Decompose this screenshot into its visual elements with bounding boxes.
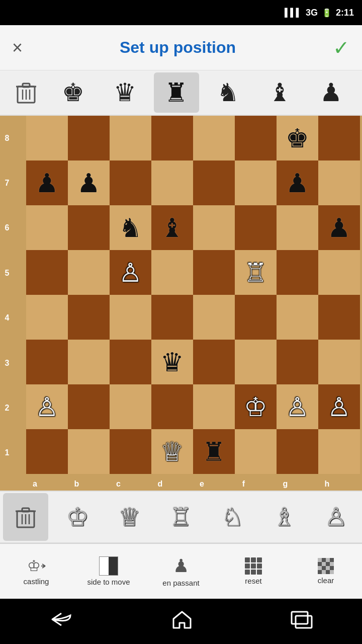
board-cell-e1[interactable]: ♜ xyxy=(193,429,235,474)
side-to-move-button[interactable]: side to move xyxy=(76,556,141,586)
board-cell-h6[interactable]: ♟ xyxy=(318,205,360,250)
board-cell-a6[interactable] xyxy=(26,205,68,250)
board-cell-e5[interactable] xyxy=(193,250,235,295)
board-cell-f7[interactable] xyxy=(235,160,277,205)
svg-rect-17 xyxy=(296,616,312,628)
board-cell-f1[interactable] xyxy=(235,429,277,474)
home-button[interactable] xyxy=(156,605,208,638)
board-cell-g5[interactable] xyxy=(277,250,318,295)
board-cell-f6[interactable] xyxy=(235,205,277,250)
confirm-button[interactable]: ✓ xyxy=(333,38,350,58)
board-cell-a4[interactable] xyxy=(26,295,68,340)
board-cell-c4[interactable] xyxy=(110,295,151,340)
rank-1: 1 xyxy=(2,448,12,457)
en-passant-button[interactable]: ♟ en passant xyxy=(148,555,214,587)
board-cell-h4[interactable] xyxy=(318,295,360,340)
board-cell-b7[interactable]: ♟ xyxy=(68,160,110,205)
castling-icon: ♔ xyxy=(26,557,46,575)
board-cell-d3[interactable]: ♛ xyxy=(151,340,193,384)
black-queen-button-top[interactable]: ♛ xyxy=(102,72,147,113)
board-cell-g8[interactable]: ♚ xyxy=(277,116,318,160)
board-cell-e8[interactable] xyxy=(193,116,235,160)
trash-button-bottom[interactable] xyxy=(3,493,48,541)
black-bishop-button-top[interactable]: ♝ xyxy=(257,72,302,113)
status-bar: ▌▌▌ 3G 🔋 2:11 xyxy=(0,0,362,25)
board-cell-e2[interactable] xyxy=(193,384,235,429)
board-cell-d1[interactable]: ♕ xyxy=(151,429,193,474)
back-button[interactable] xyxy=(33,605,89,637)
board-cell-h2[interactable]: ♙ xyxy=(318,384,360,429)
board-cell-e4[interactable] xyxy=(193,295,235,340)
file-e: e xyxy=(181,479,223,489)
white-bishop-button-bottom[interactable]: ♗ xyxy=(262,493,307,541)
board-cell-c8[interactable] xyxy=(110,116,151,160)
board-cell-d5[interactable] xyxy=(151,250,193,295)
board-cell-f3[interactable] xyxy=(235,340,277,384)
board-cell-a2[interactable]: ♙ xyxy=(26,384,68,429)
black-king-button-top[interactable]: ♚ xyxy=(51,72,96,113)
board-cell-g6[interactable] xyxy=(277,205,318,250)
board-cell-g7[interactable]: ♟ xyxy=(277,160,318,205)
board-cell-d7[interactable] xyxy=(151,160,193,205)
board-cell-c3[interactable] xyxy=(110,340,151,384)
white-king-button-bottom[interactable]: ♔ xyxy=(55,493,100,541)
board-cell-b4[interactable] xyxy=(68,295,110,340)
board-cell-h1[interactable] xyxy=(318,429,360,474)
board-cell-d2[interactable] xyxy=(151,384,193,429)
white-rook-button-bottom[interactable]: ♖ xyxy=(158,493,204,541)
white-queen-button-bottom[interactable]: ♕ xyxy=(107,493,152,541)
clear-label: clear xyxy=(318,576,334,585)
board-cell-h7[interactable] xyxy=(318,160,360,205)
board-cell-b5[interactable] xyxy=(68,250,110,295)
board-cell-c2[interactable] xyxy=(110,384,151,429)
board-cell-g2[interactable]: ♙ xyxy=(277,384,318,429)
board-cell-c1[interactable] xyxy=(110,429,151,474)
board-cell-h3[interactable] xyxy=(318,340,360,384)
board-cell-d6[interactable]: ♝ xyxy=(151,205,193,250)
board-cell-b2[interactable] xyxy=(68,384,110,429)
board-cell-f5[interactable]: ♖ xyxy=(235,250,277,295)
clear-button[interactable]: clear xyxy=(293,558,358,585)
board-cell-e7[interactable] xyxy=(193,160,235,205)
board-cell-f8[interactable] xyxy=(235,116,277,160)
board-cell-h5[interactable] xyxy=(318,250,360,295)
castling-button[interactable]: ♔ castling xyxy=(4,557,69,586)
board-cell-g3[interactable] xyxy=(277,340,318,384)
board-cell-c7[interactable] xyxy=(110,160,151,205)
close-button[interactable]: × xyxy=(12,39,23,57)
board-cell-b1[interactable] xyxy=(68,429,110,474)
board-cell-c6[interactable]: ♞ xyxy=(110,205,151,250)
board-cell-e6[interactable] xyxy=(193,205,235,250)
board-cell-b3[interactable] xyxy=(68,340,110,384)
board-cell-a1[interactable] xyxy=(26,429,68,474)
rank-2: 2 xyxy=(2,404,12,413)
board-cell-a7[interactable]: ♟ xyxy=(26,160,68,205)
castling-label: castling xyxy=(24,577,49,586)
file-d: d xyxy=(139,479,181,489)
board-cell-f4[interactable] xyxy=(235,295,277,340)
black-pawn-button-top[interactable]: ♟ xyxy=(309,72,354,113)
recents-button[interactable] xyxy=(275,605,329,638)
board-cell-a5[interactable] xyxy=(26,250,68,295)
rank-6: 6 xyxy=(2,223,12,232)
black-knight-button-top[interactable]: ♞ xyxy=(206,72,251,113)
board-cell-c5[interactable]: ♙ xyxy=(110,250,151,295)
board-cell-g4[interactable] xyxy=(277,295,318,340)
board-cell-g1[interactable] xyxy=(277,429,318,474)
board-cell-d8[interactable] xyxy=(151,116,193,160)
piece-selector-top: ♚ ♛ ♜ ♞ ♝ ♟ xyxy=(0,70,362,116)
trash-button-top[interactable] xyxy=(8,74,44,111)
board-cell-h8[interactable] xyxy=(318,116,360,160)
board-cell-b6[interactable] xyxy=(68,205,110,250)
board-cell-a8[interactable] xyxy=(26,116,68,160)
file-h: h xyxy=(306,479,348,489)
black-rook-button-top[interactable]: ♜ xyxy=(154,72,199,113)
reset-button[interactable]: reset xyxy=(221,557,286,585)
board-cell-b8[interactable] xyxy=(68,116,110,160)
board-cell-e3[interactable] xyxy=(193,340,235,384)
board-cell-a3[interactable] xyxy=(26,340,68,384)
white-pawn-button-bottom[interactable]: ♙ xyxy=(313,493,358,541)
white-knight-button-bottom[interactable]: ♘ xyxy=(210,493,255,541)
board-cell-f2[interactable]: ♔ xyxy=(235,384,277,429)
board-cell-d4[interactable] xyxy=(151,295,193,340)
